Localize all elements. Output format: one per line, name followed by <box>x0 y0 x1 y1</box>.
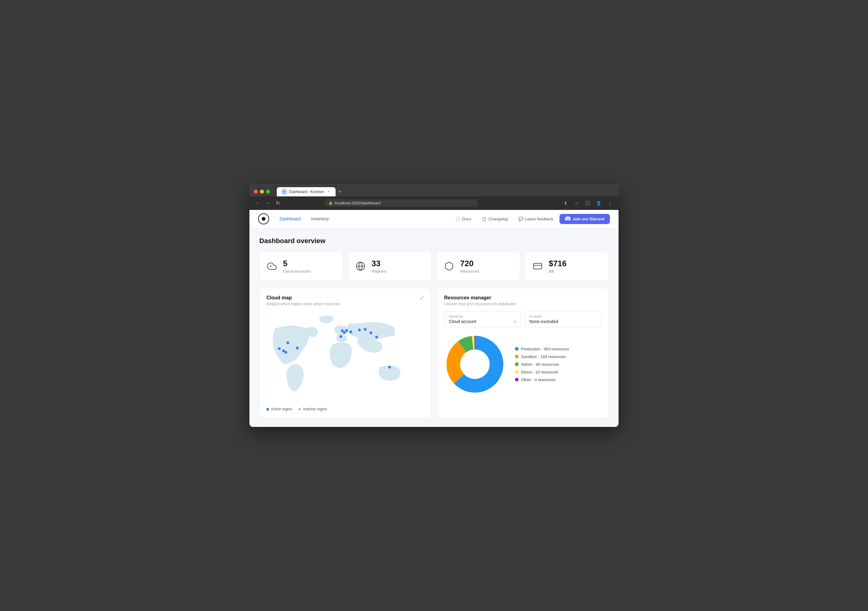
legend-item-sandbox: Sandbox - 193 resources <box>515 354 569 359</box>
stat-card-regions: 33 Regions <box>348 252 431 281</box>
browser-addressbar: ← → ↻ 🔒 localhost:3002/dashboard ⬆ ☆ ⬛ 👤… <box>250 196 618 210</box>
donut-hole <box>460 350 490 379</box>
admin-dot <box>515 362 519 366</box>
app-nav-actions: 📄 Docs 📋 Changelog 💬 Leave feedback <box>451 214 610 224</box>
resources-manager-panel: Resources manager Uncover how your resou… <box>437 288 609 418</box>
bottom-panels: Cloud map Analyze which regions have act… <box>259 288 609 418</box>
chart-legend: Production - 453 resources Sandbox - 193… <box>515 346 569 382</box>
active-region-legend: Active region <box>267 407 292 411</box>
map-dot <box>375 336 378 339</box>
resources-manager-subtitle: Uncover how your resources are distribut… <box>444 302 601 306</box>
active-region-label: Active region <box>271 407 292 411</box>
stat-card-bill: $716 Bill <box>525 252 609 281</box>
legend-item-production: Production - 453 resources <box>515 346 569 351</box>
refresh-button[interactable]: ↻ <box>275 200 281 207</box>
stat-card-cloud-accounts: 5 Cloud accounts <box>259 252 343 281</box>
discord-button[interactable]: Join our Discord <box>560 214 610 224</box>
group-by-label: Group by <box>449 314 516 318</box>
donut-chart <box>444 334 506 395</box>
changelog-label: Changelog <box>488 217 508 221</box>
demo-dot <box>515 370 519 374</box>
back-button[interactable]: ← <box>254 200 261 207</box>
feedback-icon: 💬 <box>518 217 523 221</box>
svg-rect-3 <box>534 263 542 269</box>
legend-item-admin: Admin - 60 resources <box>515 362 569 367</box>
browser-actions: ⬆ ☆ ⬛ 👤 ⋮ <box>561 199 614 207</box>
bill-number: $716 <box>549 259 567 268</box>
group-by-control[interactable]: Group by Cloud account ∨ <box>444 311 521 327</box>
tab-close-button[interactable]: × <box>326 190 331 194</box>
docs-button[interactable]: 📄 Docs <box>451 215 476 223</box>
traffic-lights <box>254 190 270 193</box>
group-by-chevron-icon: ∨ <box>514 319 516 323</box>
app-logo <box>258 213 269 224</box>
resources-manager-title: Resources manager <box>444 295 601 300</box>
map-legend: Active region Inactive region <box>267 407 424 411</box>
other-dot <box>515 378 519 381</box>
demo-label: Demo - 10 resources <box>521 370 558 374</box>
page-title: Dashboard overview <box>259 237 609 245</box>
exclude-value: None excluded <box>529 319 558 324</box>
profile-icon[interactable]: 👤 <box>595 199 603 207</box>
inactive-region-legend: Inactive region <box>298 407 327 411</box>
discord-icon <box>565 217 570 221</box>
exclude-control[interactable]: Exclude None excluded <box>525 311 601 327</box>
feedback-button[interactable]: 💬 Leave feedback <box>514 215 558 223</box>
main-content: Dashboard overview 5 Cloud accounts <box>250 228 618 427</box>
tab-favicon <box>282 189 287 194</box>
minimize-button[interactable] <box>260 190 264 193</box>
production-dot <box>515 347 519 351</box>
map-dot <box>286 342 289 344</box>
stat-card-resources: 720 Resources <box>437 252 520 281</box>
legend-item-demo: Demo - 10 resources <box>515 370 569 374</box>
cloud-map-panel: Cloud map Analyze which regions have act… <box>259 288 431 418</box>
bookmark-icon[interactable]: ☆ <box>572 199 581 207</box>
cloud-map-title-area: Cloud map Analyze which regions have act… <box>267 295 340 311</box>
map-dot <box>369 331 372 334</box>
stats-grid: 5 Cloud accounts 33 Regions <box>259 252 609 281</box>
extensions-icon[interactable]: ⬛ <box>583 199 592 207</box>
address-bar[interactable]: 🔒 localhost:3002/dashboard <box>324 199 478 207</box>
maximize-button[interactable] <box>266 190 270 193</box>
menu-icon[interactable]: ⋮ <box>606 199 614 207</box>
nav-inventory[interactable]: Inventory <box>307 215 333 223</box>
expand-icon[interactable]: ⤢ <box>420 295 424 301</box>
cloud-accounts-label: Cloud accounts <box>283 269 311 274</box>
cloud-map-subtitle: Analyze which regions have active resour… <box>267 302 340 306</box>
map-dot <box>278 347 281 350</box>
map-dot <box>296 346 299 350</box>
share-icon[interactable]: ⬆ <box>561 199 570 207</box>
inactive-region-label: Inactive region <box>303 407 327 411</box>
app-navbar: Dashboard Inventory 📄 Docs 📋 Changelog 💬… <box>250 210 618 228</box>
forward-button[interactable]: → <box>264 200 271 207</box>
svg-point-0 <box>270 266 271 267</box>
map-dot <box>339 335 342 338</box>
address-text: localhost:3002/dashboard <box>335 201 380 205</box>
close-button[interactable] <box>254 190 258 193</box>
cloud-map-header: Cloud map Analyze which regions have act… <box>267 295 424 311</box>
new-tab-button[interactable]: + <box>336 189 344 195</box>
stat-info-cloud-accounts: 5 Cloud accounts <box>283 259 311 274</box>
docs-label: Docs <box>462 217 471 221</box>
resources-label: Resources <box>460 269 479 274</box>
cloud-accounts-number: 5 <box>283 259 311 268</box>
active-tab[interactable]: Dashboard - Komiser × <box>277 187 336 196</box>
map-dot <box>285 351 287 354</box>
resources-controls: Group by Cloud account ∨ Exclude None ex… <box>444 311 601 327</box>
browser-tabs: Dashboard - Komiser × + <box>277 187 614 196</box>
production-label: Production - 453 resources <box>521 346 569 351</box>
feedback-label: Leave feedback <box>525 217 553 221</box>
nav-dashboard[interactable]: Dashboard <box>275 215 305 223</box>
exclude-value-row: None excluded <box>529 319 597 324</box>
cloud-map-title: Cloud map <box>267 295 340 300</box>
map-dot <box>358 329 361 331</box>
changelog-button[interactable]: 📋 Changelog <box>477 215 512 223</box>
active-region-dot <box>267 408 269 411</box>
regions-label: Regions <box>372 269 386 274</box>
browser-window: Dashboard - Komiser × + ← → ↻ 🔒 localhos… <box>250 184 618 427</box>
inactive-region-dot <box>298 408 301 411</box>
group-by-value: Cloud account <box>449 319 476 324</box>
map-dot <box>345 329 348 332</box>
app-content: Dashboard Inventory 📄 Docs 📋 Changelog 💬… <box>250 210 618 427</box>
docs-icon: 📄 <box>455 217 460 221</box>
